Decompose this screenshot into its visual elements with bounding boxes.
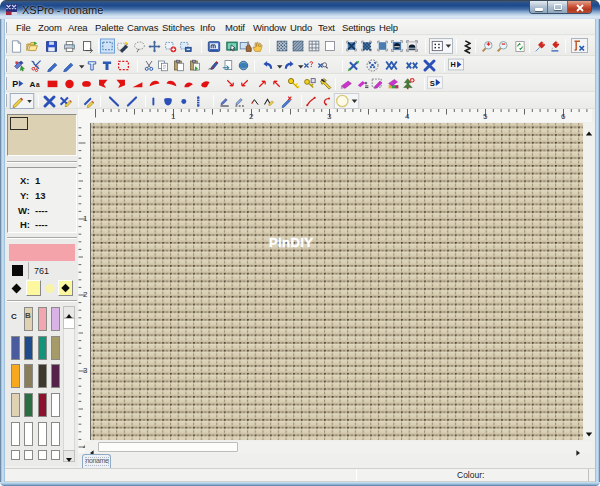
svg-text:a: a [36, 81, 40, 88]
svg-text:A: A [30, 80, 36, 89]
svg-text:S: S [430, 79, 435, 88]
svg-text:H: H [451, 60, 456, 69]
svg-text:P: P [12, 79, 18, 89]
